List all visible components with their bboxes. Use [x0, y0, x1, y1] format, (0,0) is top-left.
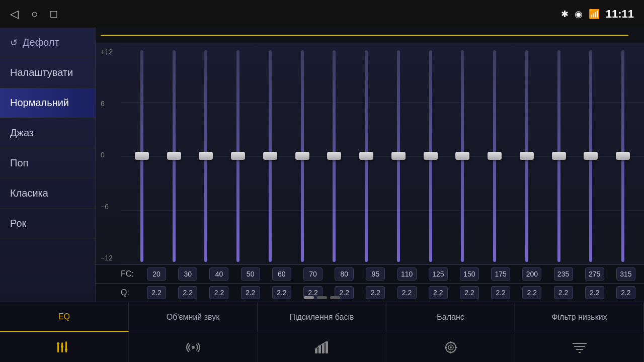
- balance-icon[interactable]: [386, 332, 515, 362]
- slider-thumb-11[interactable]: [488, 152, 502, 160]
- slider-track-7[interactable]: [365, 50, 368, 262]
- eq-slider-9[interactable]: [421, 48, 441, 264]
- slider-track-3[interactable]: [236, 50, 239, 262]
- eq-slider-10[interactable]: [452, 48, 472, 264]
- sidebar-item-classic[interactable]: Класика: [0, 178, 95, 209]
- tab-eq[interactable]: EQ: [0, 302, 129, 332]
- bass-icon[interactable]: [258, 332, 386, 362]
- sidebar-item-settings[interactable]: Налаштувати: [0, 58, 95, 88]
- slider-thumb-1[interactable]: [167, 152, 181, 160]
- q-value-1[interactable]: 2.2: [178, 286, 197, 299]
- slider-track-8[interactable]: [397, 50, 400, 262]
- q-value-0[interactable]: 2.2: [147, 286, 166, 299]
- eq-slider-11[interactable]: [485, 48, 505, 264]
- eq-icon[interactable]: [0, 332, 129, 362]
- slider-track-2[interactable]: [204, 50, 207, 262]
- slider-track-11[interactable]: [493, 50, 496, 262]
- slider-thumb-14[interactable]: [584, 152, 598, 160]
- square-button[interactable]: □: [50, 8, 57, 21]
- tab-filter[interactable]: Фільтр низьких: [515, 302, 644, 332]
- eq-slider-12[interactable]: [517, 48, 537, 264]
- eq-slider-7[interactable]: [356, 48, 376, 264]
- slider-thumb-13[interactable]: [552, 152, 566, 160]
- sidebar-item-rock[interactable]: Рок: [0, 209, 95, 239]
- tab-balance[interactable]: Баланс: [386, 302, 515, 332]
- sidebar-item-jazz[interactable]: Джаз: [0, 118, 95, 148]
- slider-thumb-12[interactable]: [520, 152, 534, 160]
- slider-track-12[interactable]: [525, 50, 528, 262]
- page-dot-0[interactable]: [304, 296, 314, 299]
- fc-value-6[interactable]: 80: [335, 267, 354, 281]
- slider-thumb-3[interactable]: [231, 152, 245, 160]
- eq-slider-1[interactable]: [164, 48, 184, 264]
- page-dot-1[interactable]: [317, 296, 327, 299]
- fc-value-2[interactable]: 40: [209, 267, 228, 281]
- eq-slider-3[interactable]: [228, 48, 248, 264]
- fc-value-15[interactable]: 315: [616, 267, 635, 281]
- eq-slider-2[interactable]: [196, 48, 216, 264]
- slider-thumb-15[interactable]: [616, 152, 630, 160]
- q-value-2[interactable]: 2.2: [209, 286, 228, 299]
- sidebar-item-normal[interactable]: Нормальний: [0, 88, 95, 118]
- eq-slider-6[interactable]: [324, 48, 344, 264]
- eq-slider-5[interactable]: [292, 48, 312, 264]
- eq-slider-0[interactable]: [132, 48, 152, 264]
- slider-thumb-0[interactable]: [135, 152, 149, 160]
- fc-value-0[interactable]: 20: [147, 267, 166, 281]
- eq-slider-4[interactable]: [260, 48, 280, 264]
- eq-slider-8[interactable]: [388, 48, 409, 264]
- fc-value-10[interactable]: 150: [460, 267, 479, 281]
- q-value-9[interactable]: 2.2: [429, 286, 448, 299]
- tab-surround[interactable]: Об'ємний звук: [129, 302, 258, 332]
- eq-slider-15[interactable]: [613, 48, 633, 264]
- slider-track-4[interactable]: [269, 50, 272, 262]
- q-value-15[interactable]: 2.2: [616, 286, 635, 299]
- slider-thumb-6[interactable]: [327, 152, 341, 160]
- page-dot-2[interactable]: [330, 296, 340, 299]
- slider-track-6[interactable]: [333, 50, 336, 262]
- slider-thumb-5[interactable]: [295, 152, 309, 160]
- home-button[interactable]: ○: [31, 8, 38, 21]
- slider-track-14[interactable]: [589, 50, 592, 262]
- fc-value-14[interactable]: 275: [585, 267, 604, 281]
- q-value-11[interactable]: 2.2: [491, 286, 510, 299]
- fc-value-11[interactable]: 175: [491, 267, 510, 281]
- fc-value-5[interactable]: 70: [303, 267, 323, 281]
- slider-track-1[interactable]: [173, 50, 176, 262]
- fc-value-7[interactable]: 95: [366, 267, 385, 281]
- slider-thumb-8[interactable]: [391, 152, 406, 160]
- eq-slider-14[interactable]: [581, 48, 601, 264]
- slider-track-0[interactable]: [140, 50, 143, 262]
- q-value-13[interactable]: 2.2: [554, 286, 573, 299]
- q-value-3[interactable]: 2.2: [241, 286, 260, 299]
- q-value-8[interactable]: 2.2: [397, 286, 417, 299]
- slider-track-13[interactable]: [557, 50, 560, 262]
- eq-slider-13[interactable]: [549, 48, 569, 264]
- fc-value-12[interactable]: 200: [522, 267, 541, 281]
- slider-thumb-4[interactable]: [263, 152, 277, 160]
- fc-value-1[interactable]: 30: [178, 267, 197, 281]
- fc-value-8[interactable]: 110: [397, 267, 417, 281]
- slider-track-15[interactable]: [621, 50, 624, 262]
- fc-value-3[interactable]: 50: [241, 267, 260, 281]
- fc-value-13[interactable]: 235: [554, 267, 573, 281]
- slider-thumb-9[interactable]: [424, 152, 438, 160]
- slider-track-5[interactable]: [301, 50, 304, 262]
- q-value-7[interactable]: 2.2: [366, 286, 385, 299]
- slider-thumb-10[interactable]: [455, 152, 469, 160]
- slider-thumb-2[interactable]: [199, 152, 213, 160]
- slider-track-10[interactable]: [461, 50, 464, 262]
- tab-bass[interactable]: Підсилення басів: [258, 302, 386, 332]
- back-button[interactable]: ◁: [10, 8, 19, 21]
- slider-track-9[interactable]: [429, 50, 432, 262]
- q-value-10[interactable]: 2.2: [460, 286, 479, 299]
- filter-icon[interactable]: [515, 332, 644, 362]
- sidebar-item-reset[interactable]: ↺Дефолт: [0, 28, 95, 58]
- fc-value-4[interactable]: 60: [272, 267, 291, 281]
- slider-thumb-7[interactable]: [359, 152, 373, 160]
- surround-icon[interactable]: [129, 332, 258, 362]
- q-value-4[interactable]: 2.2: [272, 286, 291, 299]
- sidebar-item-pop[interactable]: Поп: [0, 148, 95, 178]
- q-value-12[interactable]: 2.2: [522, 286, 541, 299]
- fc-value-9[interactable]: 125: [429, 267, 448, 281]
